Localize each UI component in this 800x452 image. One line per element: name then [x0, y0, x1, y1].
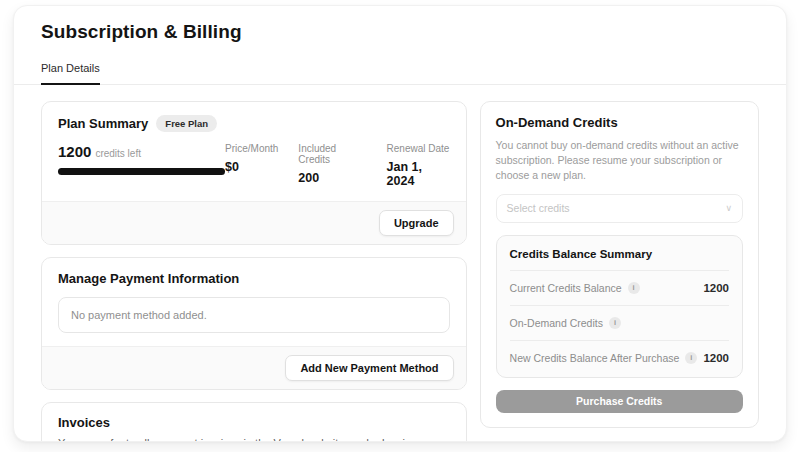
info-icon: i	[685, 352, 697, 364]
add-payment-method-button[interactable]: Add New Payment Method	[285, 355, 453, 381]
on-demand-title: On-Demand Credits	[496, 115, 743, 130]
plan-summary-card: Plan Summary Free Plan 1200credits left	[41, 101, 467, 245]
credits-progress-bar	[58, 168, 225, 175]
summary-row-label: New Credits Balance After Purchase	[510, 352, 680, 364]
subscription-billing-panel: Subscription & Billing Plan Details Plan…	[13, 5, 787, 442]
payment-title: Manage Payment Information	[58, 271, 450, 286]
payment-card: Manage Payment Information No payment me…	[41, 257, 467, 390]
payment-footer: Add New Payment Method	[42, 346, 466, 389]
credits-left-block: 1200credits left	[58, 143, 225, 188]
invoices-body: Invoices You can refer to all your past …	[42, 403, 466, 442]
credits-left-label: credits left	[95, 148, 141, 159]
credits-select-placeholder: Select credits	[507, 202, 570, 214]
stat-label: Price/Month	[225, 143, 278, 154]
credits-select[interactable]: Select credits ∨	[496, 194, 743, 223]
payment-body: Manage Payment Information No payment me…	[42, 258, 466, 346]
plan-summary-title: Plan Summary	[58, 116, 148, 131]
plan-stats: Price/Month $0 Included Credits 200 Rene…	[225, 143, 450, 188]
header: Subscription & Billing	[14, 6, 786, 43]
stat-value: Jan 1, 2024	[387, 160, 450, 188]
left-column: Plan Summary Free Plan 1200credits left	[41, 101, 467, 442]
summary-title: Credits Balance Summary	[510, 248, 729, 270]
stat-value: 200	[298, 171, 366, 185]
summary-row-value: 1200	[703, 282, 729, 294]
purchase-credits-button[interactable]: Purchase Credits	[496, 390, 743, 413]
summary-row-value: 1200	[703, 352, 729, 364]
info-icon: i	[628, 282, 640, 294]
stat-price-month: Price/Month $0	[225, 143, 278, 188]
chevron-down-icon: ∨	[725, 203, 732, 213]
summary-row-label: On-Demand Credits	[510, 317, 603, 329]
payment-empty-message: No payment method added.	[58, 297, 450, 333]
upgrade-button[interactable]: Upgrade	[379, 210, 454, 236]
stat-renewal-date: Renewal Date Jan 1, 2024	[387, 143, 450, 188]
on-demand-credits-card: On-Demand Credits You cannot buy on-dema…	[480, 101, 759, 428]
credits-progress-fill	[58, 168, 225, 175]
invoices-card: Invoices You can refer to all your past …	[41, 402, 467, 442]
page-title: Subscription & Billing	[41, 21, 759, 43]
plan-summary-body: Plan Summary Free Plan 1200credits left	[42, 102, 466, 201]
tab-plan-details[interactable]: Plan Details	[41, 62, 100, 85]
info-icon: i	[609, 317, 621, 329]
credits-balance-summary: Credits Balance Summary Current Credits …	[496, 235, 743, 378]
stat-included-credits: Included Credits 200	[298, 143, 366, 188]
right-column: On-Demand Credits You cannot buy on-dema…	[480, 101, 759, 442]
summary-row-label: Current Credits Balance	[510, 282, 622, 294]
plan-summary-footer: Upgrade	[42, 201, 466, 244]
tab-bar: Plan Details	[14, 58, 786, 85]
credits-left-value: 1200	[58, 143, 91, 160]
stat-label: Renewal Date	[387, 143, 450, 154]
on-demand-description: You cannot buy on-demand credits without…	[496, 138, 743, 184]
invoices-title: Invoices	[58, 415, 450, 430]
free-plan-badge: Free Plan	[156, 115, 217, 132]
summary-row-current-balance: Current Credits Balance i 1200	[510, 270, 729, 305]
summary-row-new-balance: New Credits Balance After Purchase i 120…	[510, 340, 729, 375]
invoices-description: You can refer to all your past invoices …	[58, 437, 450, 442]
stat-value: $0	[225, 160, 278, 174]
stat-label: Included Credits	[298, 143, 366, 165]
summary-row-on-demand: On-Demand Credits i	[510, 305, 729, 340]
content-area: Plan Summary Free Plan 1200credits left	[14, 85, 786, 442]
